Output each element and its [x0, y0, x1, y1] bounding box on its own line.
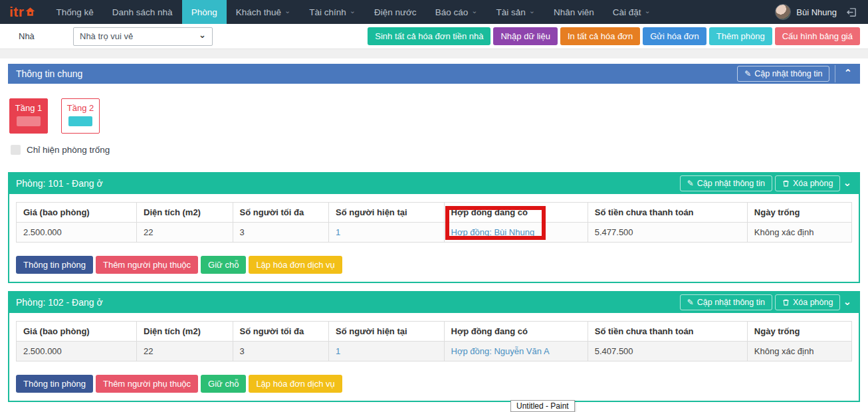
chevron-down-icon: ⌄ — [529, 7, 535, 15]
room-101-table: Giá (bao phòng) Diện tích (m2) Số người … — [16, 202, 852, 243]
nav-item-dien-nuoc[interactable]: Điện nước — [365, 0, 426, 24]
nav-item-label: Khách thuê — [236, 7, 281, 17]
nav-item-tai-chinh[interactable]: Tài chính⌄ — [300, 0, 365, 24]
table-row: 2.500.000 22 3 1 Hợp đồng: Bùi Nhung 5.4… — [17, 223, 852, 243]
toolbar-buttons: Sinh tất cả hóa đơn tiền nhà Nhập dữ liệ… — [368, 27, 860, 45]
room-102-actions: Thông tin phòng Thêm người phụ thuộc Giữ… — [16, 375, 852, 393]
general-info-header: Thông tin chung ✎ Cập nhật thông tin ⌃ — [8, 64, 860, 84]
table-row: 2.500.000 22 3 1 Hợp đồng: Nguyễn Văn A … — [17, 342, 852, 361]
nav-item-nhan-vien[interactable]: Nhân viên — [544, 0, 603, 24]
avatar[interactable] — [775, 4, 791, 20]
cell-unpaid: 5.477.500 — [588, 223, 747, 243]
add-room-button[interactable]: Thêm phòng — [709, 27, 772, 45]
room-101-controls: ✎ Cập nhật thông tin Xóa phòng ⌄ — [680, 175, 854, 191]
house-select[interactable]: Nhà trọ vui vẻ ⌄ — [73, 27, 213, 46]
floor-color-swatch — [17, 116, 41, 126]
col-header-price: Giá (bao phòng) — [17, 322, 137, 342]
col-header-max-occupants: Số người tối đa — [233, 322, 329, 342]
cell-area: 22 — [137, 223, 233, 243]
col-header-contract: Hợp đồng đang có — [444, 322, 588, 342]
collapse-down-icon[interactable]: ⌄ — [840, 177, 854, 187]
update-label: Cập nhật thông tin — [697, 298, 765, 307]
nav-item-thong-ke[interactable]: Thống kê — [47, 0, 103, 24]
cell-vacant-date: Không xác định — [747, 342, 851, 361]
col-header-price: Giá (bao phòng) — [17, 203, 137, 223]
room-101-update-button[interactable]: ✎ Cập nhật thông tin — [680, 175, 772, 191]
col-header-unpaid: Số tiền chưa thanh toán — [588, 322, 747, 342]
delete-label: Xóa phòng — [793, 298, 833, 307]
room-101-actions: Thông tin phòng Thêm người phụ thuộc Giữ… — [16, 256, 852, 274]
nav-item-label: Thống kê — [56, 7, 94, 17]
nav-item-label: Cài đặt — [613, 7, 641, 17]
col-header-max-occupants: Số người tối đa — [233, 203, 329, 223]
vacant-only-label: Chỉ hiện phòng trống — [27, 145, 110, 155]
top-navbar: itr Thống kê Danh sách nhà Phòng Khách t… — [0, 0, 868, 24]
create-service-invoice-button[interactable]: Lập hóa đơn dịch vụ — [249, 256, 342, 274]
nav-item-cai-dat[interactable]: Cài đặt⌄ — [603, 0, 660, 24]
cell-price: 2.500.000 — [17, 342, 137, 361]
nav-item-danh-sach-nha[interactable]: Danh sách nhà — [103, 0, 182, 24]
send-invoice-button[interactable]: Gửi hóa đơn — [643, 27, 706, 45]
generate-all-invoices-button[interactable]: Sinh tất cả hóa đơn tiền nhà — [368, 27, 490, 45]
price-config-button[interactable]: Cấu hình bảng giá — [775, 27, 860, 45]
pencil-icon: ✎ — [687, 179, 694, 188]
current-occupants-link[interactable]: 1 — [336, 227, 340, 237]
cell-contract: Hợp đồng: Nguyễn Văn A — [444, 342, 588, 361]
logo-text: itr — [9, 4, 25, 20]
contract-link[interactable]: Hợp đồng: Nguyễn Văn A — [451, 346, 550, 356]
add-dependent-button[interactable]: Thêm người phụ thuộc — [96, 375, 198, 393]
chevron-down-icon: ⌄ — [350, 7, 356, 15]
room-102-delete-button[interactable]: Xóa phòng — [775, 294, 840, 310]
divider — [835, 65, 835, 82]
import-data-button[interactable]: Nhập dữ liệu — [493, 27, 557, 45]
chevron-down-icon: ⌄ — [644, 7, 650, 15]
col-header-contract: Hợp đồng đang có — [444, 203, 588, 223]
cell-max-occupants: 3 — [233, 342, 329, 361]
reserve-button[interactable]: Giữ chỗ — [201, 375, 246, 393]
trash-icon — [782, 298, 790, 306]
general-info-title: Thông tin chung — [16, 68, 82, 79]
general-info-controls: ✎ Cập nhật thông tin ⌃ — [737, 65, 855, 82]
nav-item-khach-thue[interactable]: Khách thuê⌄ — [227, 0, 300, 24]
floors-section: Tầng 1 Tầng 2 Chỉ hiện phòng trống — [0, 84, 868, 164]
app-root: { "nav": { "logo": { "prefix": "itr", "n… — [0, 0, 868, 412]
nav-item-bao-cao[interactable]: Báo cáo⌄ — [426, 0, 487, 24]
cell-unpaid: 5.407.500 — [588, 342, 747, 361]
cell-current-occupants: 1 — [329, 223, 444, 243]
delete-label: Xóa phòng — [793, 179, 833, 188]
reserve-button[interactable]: Giữ chỗ — [201, 256, 246, 274]
nav-item-label: Tài chính — [309, 7, 346, 17]
floor-button-tang-1[interactable]: Tầng 1 — [9, 98, 48, 134]
room-101-title: Phòng: 101 - Đang ở — [16, 178, 103, 189]
room-info-button[interactable]: Thông tin phòng — [16, 375, 93, 393]
table-header-row: Giá (bao phòng) Diện tích (m2) Số người … — [17, 203, 852, 223]
logout-icon[interactable] — [846, 7, 857, 18]
taskbar-tooltip[interactable]: Untitled - Paint — [510, 400, 575, 412]
contract-link[interactable]: Hợp đồng: Bùi Nhung — [451, 227, 535, 237]
nav-user-area: Bùi Nhung — [775, 4, 868, 20]
pencil-icon: ✎ — [744, 69, 751, 78]
create-service-invoice-button[interactable]: Lập hóa đơn dịch vụ — [249, 375, 342, 393]
room-102-update-button[interactable]: ✎ Cập nhật thông tin — [680, 294, 772, 310]
add-dependent-button[interactable]: Thêm người phụ thuộc — [96, 256, 198, 274]
room-info-button[interactable]: Thông tin phòng — [16, 256, 93, 274]
current-occupants-link[interactable]: 1 — [336, 346, 340, 356]
update-info-button[interactable]: ✎ Cập nhật thông tin — [737, 66, 829, 82]
room-101-header: Phòng: 101 - Đang ở ✎ Cập nhật thông tin… — [9, 173, 859, 194]
nav-item-label: Điện nước — [374, 7, 417, 17]
vacant-only-checkbox[interactable] — [11, 145, 21, 155]
trash-icon — [782, 179, 790, 187]
floor-button-tang-2[interactable]: Tầng 2 — [61, 98, 100, 134]
house-select-label: Nhà — [19, 31, 73, 41]
room-102-body: Giá (bao phòng) Diện tích (m2) Số người … — [9, 312, 859, 401]
room-101-delete-button[interactable]: Xóa phòng — [775, 175, 840, 191]
collapse-up-icon[interactable]: ⌃ — [841, 68, 855, 78]
app-logo[interactable]: itr — [0, 4, 47, 20]
nav-item-phong[interactable]: Phòng — [182, 0, 227, 24]
print-all-invoices-button[interactable]: In tất cả hóa đơn — [560, 27, 640, 45]
nav-item-label: Nhân viên — [554, 7, 594, 17]
nav-item-tai-san[interactable]: Tài sản⌄ — [487, 0, 544, 24]
room-panel-102: Phòng: 102 - Đang ở ✎ Cập nhật thông tin… — [8, 291, 860, 402]
nav-item-label: Phòng — [191, 7, 217, 17]
collapse-down-icon[interactable]: ⌄ — [840, 296, 854, 306]
